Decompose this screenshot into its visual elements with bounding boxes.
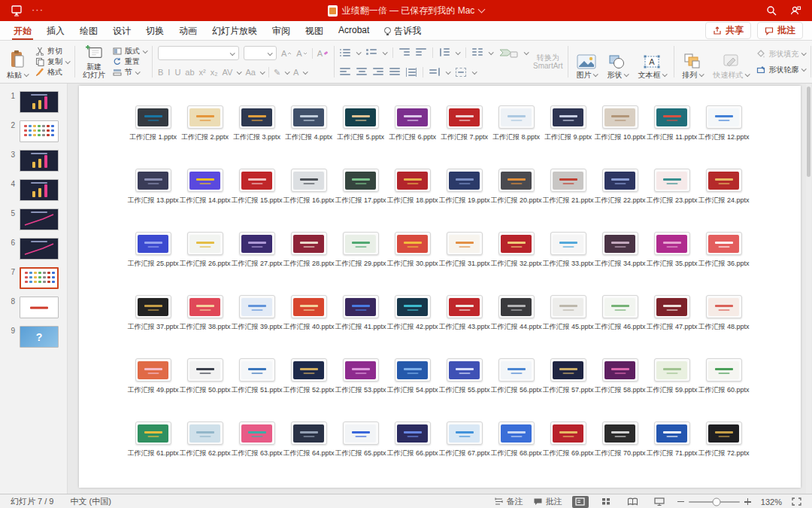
file-item[interactable]: 工作汇报 64.pptx [283,421,335,485]
file-item[interactable]: 工作汇报 70.pptx [594,421,646,485]
shape-outline-button[interactable]: 形状轮廓 [756,65,805,75]
bullets-chevron-icon[interactable] [356,50,362,55]
file-item[interactable]: 工作汇报 20.pptx [490,169,542,232]
file-item[interactable]: 工作汇报 14.pptx [179,169,231,232]
file-item[interactable]: 工作汇报 16.pptx [283,169,335,232]
file-item[interactable]: 工作汇报 17.pptx [335,169,386,232]
tab-1[interactable]: 开始 [6,21,39,40]
increase-indent-icon[interactable] [416,48,426,57]
chevron-down-icon[interactable] [285,69,290,75]
align-text-chevron-icon[interactable] [472,69,477,75]
file-item[interactable]: 工作汇报 71.pptx [646,421,698,485]
line-spacing-chevron-icon[interactable] [456,50,461,55]
file-item[interactable]: 工作汇报 48.pptx [698,295,750,358]
slide-preview[interactable] [20,179,59,201]
file-item[interactable]: 工作汇报 46.pptx [594,295,646,358]
fontstyle-i-button[interactable]: I [168,68,170,77]
layout-button[interactable]: 版式 [113,46,147,56]
tab-10[interactable]: Acrobat [331,21,377,40]
fontstyle-x²-button[interactable]: x² [199,68,206,77]
file-item[interactable]: 工作汇报 58.pptx [594,358,646,421]
slide-thumb-3[interactable]: 3 [0,146,67,175]
title-chevron-icon[interactable] [478,6,486,14]
file-item[interactable]: 工作汇报 34.pptx [594,232,646,295]
search-icon[interactable] [766,5,777,16]
file-item[interactable]: 工作汇报 56.pptx [490,358,542,421]
file-item[interactable]: 工作汇报 21.pptx [542,169,594,232]
slide-thumb-1[interactable]: 1 [0,87,67,117]
slide-thumb-6[interactable]: 6 [0,234,67,263]
file-item[interactable]: 工作汇报 67.pptx [438,421,490,485]
tab-9[interactable]: 视图 [298,21,331,40]
file-item[interactable]: 工作汇报 35.pptx [646,232,698,295]
file-item[interactable]: 工作汇报 12.pptx [698,105,750,169]
file-item[interactable]: 工作汇报 15.pptx [231,169,283,232]
file-item[interactable]: 工作汇报 19.pptx [438,169,490,232]
file-item[interactable]: 工作汇报 62.pptx [179,421,231,485]
fontstyle-u-button[interactable]: U [174,68,180,77]
file-item[interactable]: 工作汇报 65.pptx [335,421,386,485]
file-item[interactable]: 工作汇报 42.pptx [386,295,438,358]
text-direction-chevron-icon[interactable] [446,69,451,75]
file-item[interactable]: 工作汇报 61.pptx [127,421,179,485]
file-item[interactable]: 工作汇报 9.pptx [542,105,594,169]
notes-button[interactable]: 备注 [494,496,523,507]
file-item[interactable]: 工作汇报 54.pptx [386,358,438,421]
font-name-select[interactable] [158,46,239,60]
slide-sorter-view-button[interactable] [598,496,615,508]
file-item[interactable]: 工作汇报 47.pptx [646,295,698,358]
file-item[interactable]: 工作汇报 22.pptx [594,169,646,232]
fontstyle-aa-button[interactable]: Aa [245,68,255,77]
file-item[interactable]: 工作汇报 27.pptx [231,232,283,295]
comments-toggle-button[interactable]: 批注 [533,496,562,507]
bullets-icon[interactable] [340,48,350,57]
file-item[interactable]: 工作汇报 29.pptx [335,232,386,295]
zoom-out-icon[interactable] [677,501,684,503]
file-item[interactable]: 工作汇报 33.pptx [542,232,594,295]
file-item[interactable]: 工作汇报 53.pptx [335,358,386,421]
slide-preview[interactable] [20,297,59,318]
file-item[interactable]: 工作汇报 13.pptx [127,169,179,232]
slide-preview[interactable] [20,91,59,113]
fontstyle-av-button[interactable]: AV [223,68,233,77]
slide-preview[interactable] [20,208,59,230]
file-item[interactable]: 工作汇报 36.pptx [698,232,750,295]
align-center-icon[interactable] [356,68,367,77]
columns-chevron-icon[interactable] [489,50,494,55]
cut-button[interactable]: 剪切 [35,46,69,56]
account-icon[interactable] [790,5,801,16]
picture-button[interactable]: 图片 [574,44,599,80]
file-item[interactable]: 工作汇报 11.pptx [646,105,698,169]
section-chevron-icon[interactable] [135,69,141,75]
slide-thumb-4[interactable]: 4 [0,175,67,205]
slide-preview[interactable] [20,267,59,289]
file-item[interactable]: 工作汇报 41.pptx [335,295,386,358]
font-color-button[interactable]: A [293,68,298,77]
share-button[interactable]: 共享 [705,22,751,39]
numbering-icon[interactable] [366,48,377,57]
file-item[interactable]: 工作汇报 69.pptx [542,421,594,485]
fontstyle-ab-button[interactable]: ab [185,68,194,77]
copy-chevron-icon[interactable] [65,59,71,64]
grow-font-button[interactable]: A [281,49,292,58]
file-item[interactable]: 工作汇报 5.pptx [335,105,386,169]
file-item[interactable]: 工作汇报 30.pptx [386,232,438,295]
tab-8[interactable]: 审阅 [265,21,298,40]
file-item[interactable]: 工作汇报 45.pptx [542,295,594,358]
file-item[interactable]: 工作汇报 60.pptx [698,358,750,421]
file-item[interactable]: 工作汇报 1.pptx [127,105,179,169]
shape-button[interactable]: 形状 [604,44,630,80]
zoom-slider[interactable] [677,498,751,505]
file-item[interactable]: 工作汇报 38.pptx [179,295,231,358]
file-item[interactable]: 工作汇报 52.pptx [283,358,335,421]
vertical-scrollbar[interactable] [806,84,811,494]
fontstyle-x₂-button[interactable]: x₂ [211,68,218,77]
arrange-button[interactable]: 排列 [680,44,705,80]
textbox-button[interactable]: A 文本框 [635,44,668,80]
tab-4[interactable]: 设计 [105,21,138,40]
file-item[interactable]: 工作汇报 63.pptx [231,421,283,485]
comments-button[interactable]: 批注 [757,22,803,39]
file-item[interactable]: 工作汇报 31.pptx [438,232,490,295]
arrange-chevron-icon[interactable] [699,71,704,77]
shape-chevron-icon[interactable] [624,71,629,77]
